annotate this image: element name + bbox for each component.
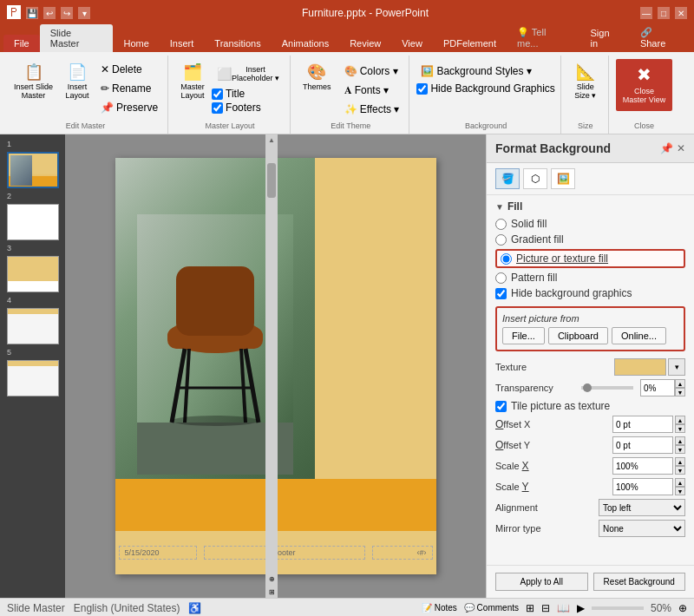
tab-insert[interactable]: Insert: [160, 35, 205, 52]
alignment-select[interactable]: Top left Top Top right Center left Cente…: [599, 499, 685, 516]
zoom-level: 50%: [651, 602, 671, 614]
reading-view-btn[interactable]: 📖: [557, 602, 570, 614]
tab-transitions[interactable]: Transitions: [204, 35, 271, 52]
scale-x-up[interactable]: ▲: [675, 457, 685, 466]
tab-review[interactable]: Review: [339, 35, 391, 52]
tile-checkbox[interactable]: [495, 401, 507, 412]
zoom-slider[interactable]: [592, 606, 644, 610]
offset-x-input[interactable]: [612, 416, 673, 433]
online-btn[interactable]: Online...: [612, 327, 666, 344]
offset-x-down[interactable]: ▼: [675, 424, 685, 433]
maximize-btn[interactable]: □: [658, 7, 670, 19]
offset-x-control: ▲ ▼: [612, 416, 685, 433]
offset-y-control: ▲ ▼: [612, 436, 685, 454]
insert-placeholder-btn[interactable]: ⬜ InsertPlaceholder ▾: [212, 61, 285, 86]
colors-btn[interactable]: 🎨 Colors ▾: [340, 62, 404, 80]
slide-size-btn[interactable]: 📐 SlideSize ▾: [568, 59, 603, 103]
delete-btn[interactable]: ✕ Delete: [96, 61, 162, 78]
undo-btn[interactable]: ↩: [43, 7, 56, 19]
slide-thumbnail-5[interactable]: [7, 360, 59, 396]
scale-x-down[interactable]: ▼: [675, 466, 685, 475]
save-btn[interactable]: 💾: [26, 7, 38, 19]
transparency-down-btn[interactable]: ▼: [675, 388, 685, 396]
apply-to-all-btn[interactable]: Apply to All: [495, 573, 588, 591]
tab-sign-in[interactable]: Sign in: [579, 24, 629, 52]
offset-y-down[interactable]: ▼: [675, 445, 685, 454]
window-controls: — □ ✕: [640, 7, 687, 19]
normal-view-btn[interactable]: ⊞: [526, 602, 534, 614]
reset-background-btn[interactable]: Reset Background: [593, 573, 686, 591]
tab-tell-me[interactable]: 💡 Tell me...: [507, 23, 579, 52]
scale-y-input[interactable]: [612, 478, 673, 495]
slide-thumbnail-4[interactable]: [7, 308, 59, 344]
solid-fill-radio[interactable]: [495, 219, 507, 230]
texture-dropdown-btn[interactable]: ▾: [668, 358, 685, 376]
preserve-btn[interactable]: 📌 Preserve: [96, 99, 162, 116]
expand-btn[interactable]: ⊞: [265, 586, 278, 598]
themes-btn[interactable]: 🎨 Themes: [298, 59, 337, 95]
title-checkbox[interactable]: [212, 88, 223, 100]
title-bar-left: 🅿 💾 ↩ ↪ ▾: [7, 5, 90, 21]
customize-btn[interactable]: ▾: [78, 7, 90, 19]
tab-view[interactable]: View: [391, 35, 433, 52]
close-master-view-icon: ✖: [637, 64, 651, 85]
master-layout-btn[interactable]: 🗂️ MasterLayout: [175, 59, 210, 114]
mirror-type-select[interactable]: None Horizontal Vertical Both: [599, 520, 685, 537]
fit-to-window-btn[interactable]: ⊕: [678, 602, 687, 614]
tab-pdfelement[interactable]: PDFelement: [433, 35, 507, 52]
redo-btn[interactable]: ↪: [61, 7, 73, 19]
effects-icon-btn[interactable]: ⬡: [523, 168, 547, 189]
effects-btn[interactable]: ✨ Effects ▾: [340, 101, 404, 118]
file-btn[interactable]: File...: [502, 327, 545, 344]
slide-thumbnail-2[interactable]: [7, 204, 59, 240]
main-area: 1 2 3 4 5: [0, 134, 694, 598]
transparency-up-btn[interactable]: ▲: [675, 379, 685, 388]
scroll-up-btn[interactable]: ▲: [266, 134, 277, 146]
pattern-fill-radio[interactable]: [495, 272, 507, 284]
scale-x-input[interactable]: [612, 457, 673, 475]
comments-btn[interactable]: 💬 Comments: [464, 603, 519, 613]
notes-btn[interactable]: 📝 Notes: [422, 603, 457, 613]
ribbon-group-close: ✖ CloseMaster View Close: [611, 56, 678, 134]
clipboard-btn[interactable]: Clipboard: [548, 327, 608, 344]
offset-y-up[interactable]: ▲: [675, 436, 685, 445]
offset-y-input[interactable]: [612, 436, 673, 454]
slide-thumbnail-1[interactable]: [7, 152, 59, 188]
slide-show-btn[interactable]: ▶: [577, 602, 585, 614]
offset-x-up[interactable]: ▲: [675, 416, 685, 424]
tab-file[interactable]: File: [3, 35, 40, 52]
tab-slide-master[interactable]: Slide Master: [40, 24, 114, 52]
scale-y-down[interactable]: ▼: [675, 487, 685, 495]
insert-layout-btn[interactable]: 📄 InsertLayout: [60, 59, 95, 103]
scale-y-up[interactable]: ▲: [675, 478, 685, 487]
tab-share[interactable]: 🔗 Share: [630, 23, 691, 52]
hide-bg-checkbox[interactable]: [416, 83, 428, 95]
zoom-fit-btn[interactable]: ⊕: [265, 573, 278, 585]
transparency-input[interactable]: [640, 379, 675, 396]
tab-animations[interactable]: Animations: [272, 35, 339, 52]
panel-pin-btn[interactable]: 📌: [660, 142, 673, 154]
slide-thumbnail-3[interactable]: [7, 256, 59, 292]
fonts-btn[interactable]: 𝐀 Fonts ▾: [340, 82, 404, 99]
background-styles-btn[interactable]: 🖼️ Background Styles ▾: [416, 62, 554, 80]
edit-master-label: Edit Master: [66, 120, 106, 130]
transparency-thumb[interactable]: [583, 383, 592, 392]
hide-bg-graphics-checkbox[interactable]: [495, 288, 507, 299]
rename-btn[interactable]: ✏ Rename: [96, 80, 162, 97]
tile-row: Tile picture as texture: [495, 400, 685, 412]
slide-sorter-btn[interactable]: ⊟: [541, 602, 550, 614]
transparency-slider[interactable]: [581, 386, 633, 390]
footers-checkbox[interactable]: [212, 102, 223, 114]
minimize-btn[interactable]: —: [640, 7, 652, 19]
close-master-view-btn[interactable]: ✖ CloseMaster View: [616, 59, 672, 111]
tab-home[interactable]: Home: [113, 35, 159, 52]
scroll-thumb[interactable]: [267, 163, 276, 198]
fill-icon-btn[interactable]: 🪣: [495, 168, 520, 189]
picture-texture-fill-radio[interactable]: [501, 253, 512, 265]
insert-slide-master-btn[interactable]: 📋 Insert SlideMaster: [9, 59, 58, 103]
gradient-fill-radio[interactable]: [495, 234, 507, 246]
close-window-btn[interactable]: ✕: [675, 7, 687, 19]
vertical-scrollbar[interactable]: ▲ ▼: [265, 134, 278, 598]
picture-icon-btn[interactable]: 🖼️: [551, 168, 575, 189]
panel-close-btn[interactable]: ✕: [677, 142, 685, 154]
